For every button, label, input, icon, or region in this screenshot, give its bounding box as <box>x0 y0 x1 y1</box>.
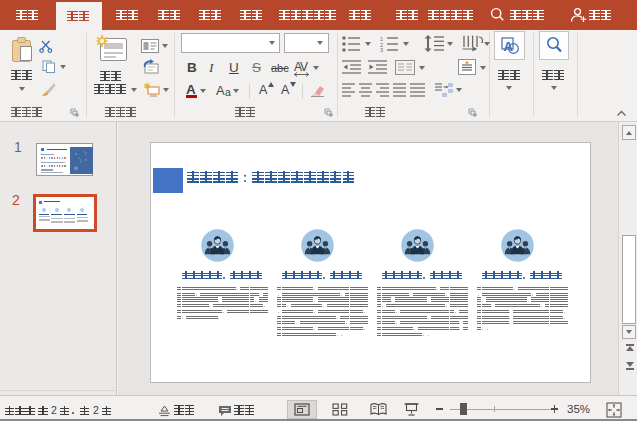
svg-text:A: A <box>504 39 514 54</box>
svg-text:3: 3 <box>380 47 383 52</box>
